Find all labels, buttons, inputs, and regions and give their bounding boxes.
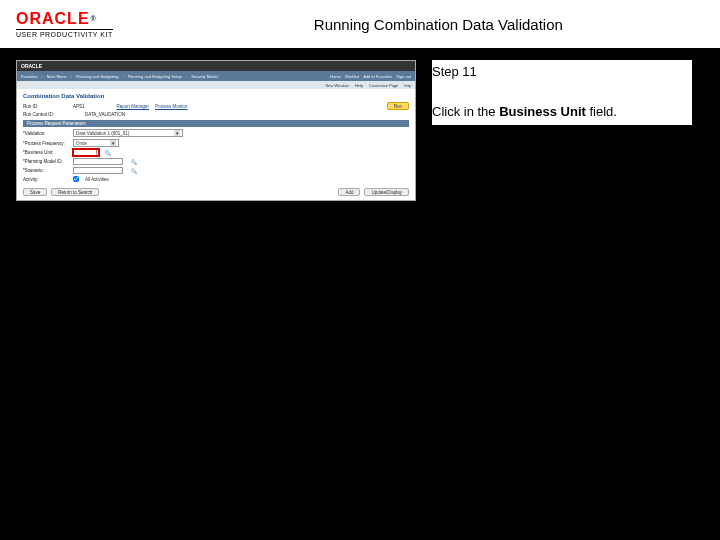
ss-run-button[interactable]: Run [387,102,409,110]
instruction-pre: Click in the [432,104,499,119]
ss-validation-label: *Validation: [23,131,67,136]
ss-business-unit-input[interactable] [73,149,97,156]
ss-util-custom[interactable]: Customize Page [369,83,398,88]
ss-util-help[interactable]: Help [355,83,363,88]
ss-nav-item[interactable]: Planning and Budgeting [76,74,118,79]
ss-nav-home[interactable]: Home [330,74,341,79]
ss-process-monitor-link[interactable]: Process Monitor [155,104,188,109]
ss-run-id-label: Run ID: [23,104,67,109]
content-row: ORACLE Favorites› Main Menu› Planning an… [0,48,720,213]
ss-nav-item[interactable]: Favorites [21,74,37,79]
embedded-screenshot: ORACLE Favorites› Main Menu› Planning an… [16,60,416,201]
ss-nav-item[interactable]: Planning and Budgeting Setup [128,74,182,79]
ss-activity-checkbox[interactable] [73,176,79,182]
ss-nav-item[interactable]: Security Model [191,74,217,79]
ss-body: Combination Data Validation Run ID: APS1… [17,89,415,200]
ss-nav-item[interactable]: Main Menu [47,74,67,79]
ss-validation-value: Data Validation 1 (001_01) [76,131,129,136]
ss-frequency-select[interactable]: Once ▾ [73,139,119,147]
instruction-post: field. [586,104,617,119]
chevron-down-icon: ▾ [110,140,116,146]
ss-run-ctrl-label: Run Control ID: [23,112,79,117]
header-bar: ORACLE ® USER PRODUCTIVITY KIT Running C… [0,0,720,48]
instruction-text: Click in the Business Unit field. [432,103,692,121]
ss-footer: Save Return to Search Add Update/Display [23,188,409,196]
instruction-panel: Step 11 Click in the Business Unit field… [432,60,692,125]
ss-breadcrumb-nav: Favorites› Main Menu› Planning and Budge… [17,71,415,81]
ss-save-button[interactable]: Save [23,188,47,196]
ss-utility-bar: New Window Help Customize Page http [17,81,415,89]
ss-add-button[interactable]: Add [338,188,360,196]
oracle-logo-block: ORACLE ® USER PRODUCTIVITY KIT [16,11,113,38]
ss-return-button[interactable]: Return to Search [51,188,99,196]
ss-model-input[interactable] [73,158,123,165]
ss-frequency-label: *Process Frequency: [23,141,67,146]
instruction-bold: Business Unit [499,104,586,119]
ss-update-button[interactable]: Update/Display [364,188,409,196]
lookup-icon[interactable]: 🔍 [105,150,111,156]
ss-util-newwin[interactable]: New Window [325,83,348,88]
ss-business-unit-label: *Business Unit: [23,150,67,155]
ss-nav-worklist[interactable]: Worklist [345,74,359,79]
ss-heading: Combination Data Validation [23,93,409,99]
registered-mark: ® [91,15,97,22]
lookup-icon[interactable]: 🔍 [131,159,137,165]
ss-section-header: Process Request Parameters [23,120,409,127]
ss-activity-label: Activity: [23,177,67,182]
ss-util-http[interactable]: http [404,83,411,88]
ss-nav-signout[interactable]: Sign out [396,74,411,79]
ss-frequency-value: Once [76,141,87,146]
ss-scenario-input[interactable] [73,167,123,174]
ss-scenario-label: *Scenario: [23,168,67,173]
ss-nav-fav[interactable]: Add to Favorites [363,74,392,79]
lookup-icon[interactable]: 🔍 [131,168,137,174]
oracle-logo: ORACLE ® [16,11,113,27]
ss-report-manager-link[interactable]: Report Manager [117,104,150,109]
ss-activity-value: All Activities [85,177,109,182]
chevron-down-icon: ▾ [174,130,180,136]
ss-validation-select[interactable]: Data Validation 1 (001_01) ▾ [73,129,183,137]
ss-topbar-brand: ORACLE [21,63,42,69]
oracle-logo-text: ORACLE [16,11,90,27]
ss-run-id-value: APS1 [73,104,85,109]
ss-run-ctrl-value: DATA_VALIDATION [85,112,125,117]
step-label: Step 11 [432,64,692,79]
oracle-tagline: USER PRODUCTIVITY KIT [16,29,113,38]
ss-topbar: ORACLE [17,61,415,71]
ss-model-label: *Planning Model ID: [23,159,67,164]
page-title: Running Combination Data Validation [173,16,704,33]
